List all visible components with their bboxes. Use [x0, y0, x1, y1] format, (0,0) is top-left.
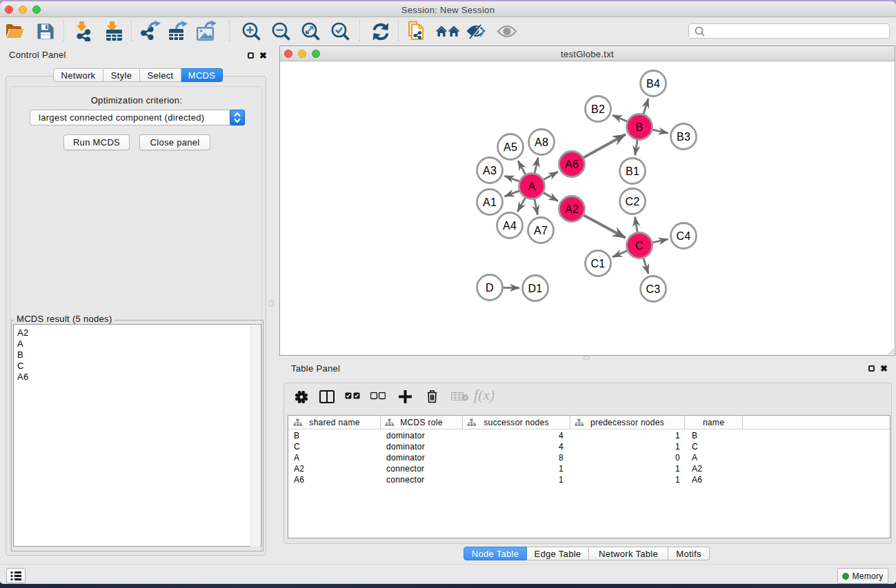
- svg-text:B2: B2: [591, 103, 605, 115]
- svg-text:A6: A6: [565, 159, 579, 170]
- svg-text:C4: C4: [676, 230, 690, 242]
- svg-text:B3: B3: [677, 131, 690, 143]
- svg-text:A5: A5: [504, 141, 517, 153]
- svg-text:C2: C2: [625, 196, 639, 207]
- svg-text:D: D: [486, 282, 494, 294]
- svg-text:A7: A7: [534, 225, 548, 236]
- svg-text:A2: A2: [565, 203, 579, 215]
- svg-text:A8: A8: [535, 136, 548, 148]
- svg-text:D1: D1: [528, 283, 542, 294]
- svg-text:A3: A3: [483, 165, 497, 176]
- svg-text:A: A: [528, 181, 536, 192]
- svg-text:A1: A1: [483, 196, 497, 208]
- svg-text:B4: B4: [646, 78, 660, 90]
- svg-text:C: C: [635, 240, 644, 252]
- svg-text:A4: A4: [503, 220, 517, 232]
- svg-text:B1: B1: [626, 165, 639, 177]
- svg-text:C3: C3: [646, 283, 660, 295]
- svg-text:B: B: [636, 121, 644, 133]
- svg-text:C1: C1: [590, 258, 605, 270]
